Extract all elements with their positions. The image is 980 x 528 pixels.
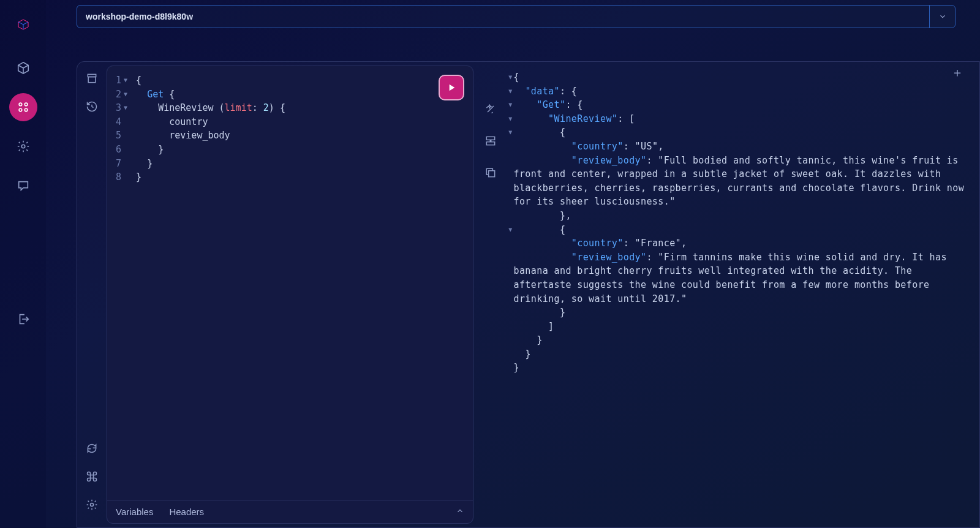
svg-rect-10 (488, 171, 494, 177)
svg-point-1 (24, 103, 28, 106)
json-key-review-1: review_body (577, 252, 641, 263)
archive-icon (86, 72, 98, 85)
bottom-tabs-chevron[interactable] (456, 507, 464, 517)
svg-point-4 (21, 145, 25, 148)
nav-chat[interactable] (9, 172, 37, 200)
results-pane[interactable]: ＋ ▼{ ▼ "data": { ▼ "Get": { ▼ "WineRevie… (505, 62, 980, 527)
editor-tool-history[interactable] (81, 96, 102, 117)
query-editor: 1▼ 2▼ 3▼ 4 5 6 7 8 { Get { WineReview (l… (107, 66, 473, 524)
editor-left-toolbar (77, 62, 107, 527)
svg-point-0 (19, 103, 22, 106)
panes: 1▼ 2▼ 3▼ 4 5 6 7 8 { Get { WineReview (l… (107, 62, 979, 527)
svg-rect-6 (88, 77, 96, 83)
gear-icon (17, 140, 30, 153)
svg-rect-9 (486, 142, 494, 145)
tab-headers[interactable]: Headers (169, 507, 204, 517)
json-key-data: data (531, 86, 554, 97)
workspace: 1▼ 2▼ 3▼ 4 5 6 7 8 { Get { WineReview (l… (77, 61, 980, 528)
tool-copy[interactable] (480, 162, 501, 183)
editor-tool-shortcuts[interactable] (81, 466, 102, 487)
line-gutter: 1▼ 2▼ 3▼ 4 5 6 7 8 (107, 74, 131, 500)
cluster-chevron[interactable] (929, 6, 955, 28)
json-key-review-0: review_body (577, 155, 641, 166)
svg-point-2 (19, 108, 22, 111)
nav-query[interactable] (9, 93, 37, 121)
logo (10, 11, 37, 38)
chevron-down-icon (938, 12, 947, 21)
cube-icon (17, 61, 30, 75)
svg-point-3 (24, 108, 28, 111)
grid-icon (17, 100, 30, 114)
json-key-country-0: country (577, 141, 617, 152)
logout-icon (17, 312, 30, 326)
editor-bottom-tabs: Variables Headers (107, 500, 473, 523)
tool-magic[interactable] (480, 99, 501, 119)
svg-point-7 (91, 503, 94, 507)
refresh-icon (86, 442, 98, 454)
editor-tool-refresh[interactable] (81, 438, 102, 459)
history-icon (86, 100, 98, 113)
gear-icon (86, 499, 98, 511)
json-key-class: WineReview (554, 113, 612, 124)
code-area[interactable]: 1▼ 2▼ 3▼ 4 5 6 7 8 { Get { WineReview (l… (107, 66, 473, 500)
mid-toolbar (476, 62, 505, 527)
play-icon (447, 83, 456, 92)
sparkles-icon (484, 103, 497, 115)
merge-icon (484, 135, 497, 147)
app-root: workshop-demo-d8l9k80w (0, 0, 980, 528)
nav-settings[interactable] (9, 132, 37, 160)
tool-merge[interactable] (480, 130, 501, 151)
editor-tool-sidebar[interactable] (81, 68, 102, 89)
editor-tool-settings[interactable] (81, 494, 102, 515)
chevron-up-icon (456, 507, 464, 515)
run-button[interactable] (439, 75, 464, 100)
main-column: workshop-demo-d8l9k80w (46, 0, 980, 528)
json-val-country-1: France (641, 238, 676, 249)
chat-icon (17, 179, 30, 192)
json-key-get: Get (543, 99, 560, 110)
code-content[interactable]: { Get { WineReview (limit: 2) { country … (131, 74, 316, 500)
left-rail (0, 0, 46, 528)
copy-icon (484, 167, 497, 179)
tab-variables[interactable]: Variables (116, 507, 153, 517)
svg-rect-8 (486, 137, 494, 140)
cluster-selector[interactable]: workshop-demo-d8l9k80w (77, 5, 956, 28)
json-key-country-1: country (577, 238, 617, 249)
add-tab-button[interactable]: ＋ (951, 66, 963, 80)
json-val-country-0: US (641, 141, 652, 152)
weaviate-logo-icon (17, 18, 30, 31)
topbar: workshop-demo-d8l9k80w (46, 5, 980, 28)
nav-collections[interactable] (9, 54, 37, 82)
command-icon (86, 470, 98, 483)
nav-logout[interactable] (9, 305, 37, 333)
cluster-name: workshop-demo-d8l9k80w (77, 12, 929, 21)
